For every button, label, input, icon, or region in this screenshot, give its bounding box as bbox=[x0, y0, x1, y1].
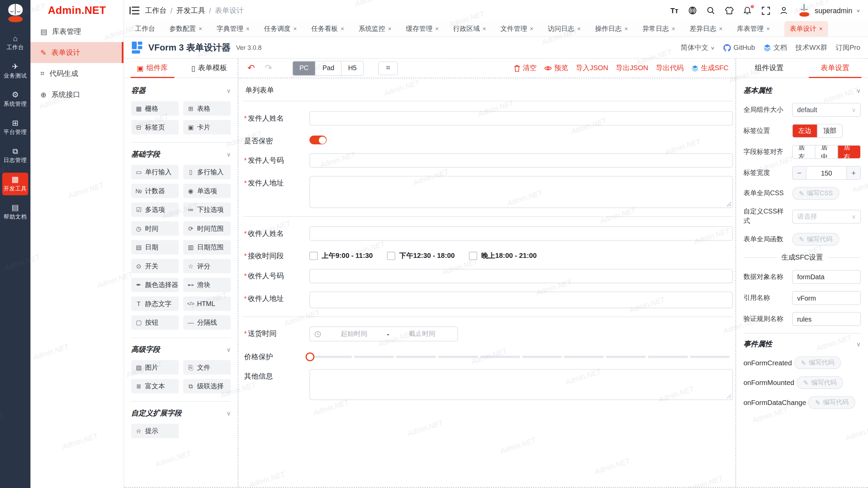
widget-date[interactable]: ▤日期 bbox=[131, 240, 179, 255]
widget-html[interactable]: </>HTML bbox=[183, 297, 231, 311]
other-info-textarea[interactable] bbox=[310, 369, 733, 400]
align-center-button[interactable]: 居中 bbox=[815, 145, 837, 158]
tab-access-log[interactable]: 访问日志× bbox=[548, 21, 581, 37]
form-widget-row-receiver-address[interactable]: *收件人地址 bbox=[243, 291, 733, 308]
close-icon[interactable]: × bbox=[293, 26, 297, 32]
sidebar-item-table-mgmt[interactable]: ▤ 库表管理 bbox=[31, 21, 123, 42]
close-icon[interactable]: × bbox=[819, 26, 823, 32]
widget-textarea[interactable]: ▯多行输入 bbox=[183, 165, 231, 179]
form-canvas[interactable]: 单列表单 *发件人姓名 是否保密 *发件人号码 bbox=[239, 78, 735, 487]
checkbox-evening[interactable]: 晚上18:00 - 21:00 bbox=[469, 251, 537, 261]
tab-diff-log[interactable]: 差异日志× bbox=[690, 21, 723, 37]
tab-op-log[interactable]: 操作日志× bbox=[595, 21, 628, 37]
sender-name-input[interactable] bbox=[310, 111, 733, 125]
font-size-icon[interactable]: Tᴛ bbox=[670, 6, 679, 15]
receiver-address-input[interactable] bbox=[310, 291, 733, 308]
checkbox-morning[interactable]: 上午9:00 - 11:30 bbox=[310, 251, 373, 261]
write-css-button[interactable]: ✎ 编写CSS bbox=[792, 187, 839, 200]
node-tree-button[interactable]: ⌗ bbox=[378, 61, 398, 75]
widget-number[interactable]: №计数器 bbox=[131, 184, 179, 198]
group-header-container[interactable]: 容器 ∨ bbox=[131, 86, 231, 96]
form-widget-row-sender-name[interactable]: *发件人姓名 bbox=[243, 111, 733, 125]
write-code-button[interactable]: ✎ 编写代码 bbox=[794, 356, 841, 369]
section-header-basic-props[interactable]: 基本属性 ∨ bbox=[744, 86, 861, 96]
widget-button[interactable]: ▢按钮 bbox=[131, 316, 179, 330]
rail-item-system-mgmt[interactable]: ⚙ 系统管理 bbox=[2, 88, 28, 111]
resize-grip-icon[interactable] bbox=[726, 201, 731, 206]
widget-alert[interactable]: ⍾提示 bbox=[131, 424, 179, 438]
close-icon[interactable]: × bbox=[672, 26, 675, 32]
close-icon[interactable]: × bbox=[435, 26, 439, 32]
rail-item-business-test[interactable]: ✈ 业务测试 bbox=[2, 60, 28, 82]
widget-radio[interactable]: ◉单选项 bbox=[183, 184, 231, 198]
tab-widget-settings[interactable]: 组件设置 bbox=[736, 59, 802, 78]
rail-item-help-docs[interactable]: ▤ 帮助文档 bbox=[2, 201, 28, 224]
rail-item-dev-tools[interactable]: ▦ 开发工具 bbox=[2, 172, 28, 195]
close-icon[interactable]: × bbox=[341, 26, 344, 32]
redo-icon[interactable]: ↷ bbox=[265, 64, 272, 73]
widget-date-range[interactable]: ▥日期范围 bbox=[183, 240, 231, 255]
close-icon[interactable]: × bbox=[199, 26, 202, 32]
wx-group-link[interactable]: 技术WX群 bbox=[795, 43, 827, 53]
custom-css-select[interactable]: 请选择 ∨ bbox=[792, 209, 861, 223]
sidebar-item-code-gen[interactable]: ⌗ 代码生成 bbox=[31, 63, 123, 84]
github-link[interactable]: GitHub bbox=[723, 43, 755, 52]
widget-table[interactable]: ⊞表格 bbox=[183, 101, 231, 116]
form-widget-row-other-info[interactable]: 其他信息 bbox=[243, 369, 733, 400]
export-code-button[interactable]: 导出代码 bbox=[656, 63, 684, 73]
form-title[interactable]: 单列表单 bbox=[243, 79, 733, 101]
device-h5-button[interactable]: H5 bbox=[341, 61, 363, 75]
close-icon[interactable]: × bbox=[577, 26, 581, 32]
subscribe-pro-link[interactable]: 订阅Pro bbox=[836, 43, 861, 53]
checkbox-afternoon[interactable]: 下午12:30 - 18:00 bbox=[387, 251, 455, 261]
widget-cascader[interactable]: ⧉级联选择 bbox=[183, 379, 231, 393]
device-pc-button[interactable]: PC bbox=[293, 61, 315, 75]
notification-bell-icon[interactable] bbox=[743, 6, 752, 15]
delivery-time-range-picker[interactable]: 起始时间 - 截止时间 bbox=[310, 326, 458, 341]
form-widget-row-receive-period[interactable]: *接收时间段 上午9:00 - 11:30 下午12:30 - 18:00 晚上… bbox=[243, 249, 733, 261]
receiver-phone-input[interactable] bbox=[310, 269, 733, 283]
write-code-button[interactable]: ✎ 编写代码 bbox=[808, 396, 855, 409]
rail-item-log-mgmt[interactable]: ⧉ 日志管理 bbox=[2, 144, 28, 167]
close-icon[interactable]: × bbox=[766, 26, 770, 32]
form-data-name-input[interactable] bbox=[792, 270, 861, 284]
tab-param-config[interactable]: 参数配置× bbox=[170, 21, 202, 37]
widget-static-text[interactable]: T静态文字 bbox=[131, 297, 179, 311]
ref-name-input[interactable] bbox=[792, 291, 861, 305]
write-code-button[interactable]: ✎ 编写代码 bbox=[796, 376, 843, 389]
secret-toggle-on[interactable] bbox=[310, 136, 327, 144]
export-json-button[interactable]: 导出JSON bbox=[616, 63, 648, 73]
rules-name-input[interactable] bbox=[792, 312, 861, 326]
widget-select[interactable]: ≔下拉选项 bbox=[183, 203, 231, 217]
widget-color-picker[interactable]: ✒颜色选择器 bbox=[131, 278, 179, 292]
price-protect-slider[interactable] bbox=[310, 356, 730, 358]
form-widget-row-secret[interactable]: 是否保密 bbox=[243, 134, 733, 145]
rail-item-workbench[interactable]: ⌂ 工作台 bbox=[2, 32, 28, 54]
collapse-sidebar-icon[interactable] bbox=[130, 7, 139, 15]
stepper-minus-button[interactable]: − bbox=[793, 166, 807, 179]
language-select[interactable]: 简体中文 ∨ bbox=[681, 43, 715, 53]
breadcrumb-workbench[interactable]: 工作台 bbox=[145, 5, 167, 15]
tab-form-templates[interactable]: ▯ 表单模板 bbox=[181, 59, 237, 78]
widget-slider[interactable]: ⊷滑块 bbox=[183, 278, 231, 292]
tab-system-monitor[interactable]: 系统监控× bbox=[359, 21, 392, 37]
form-widget-row-price-protect[interactable]: 价格保护 bbox=[243, 350, 733, 361]
global-size-select[interactable]: default ∨ bbox=[792, 103, 861, 117]
write-code-button[interactable]: ✎ 编写代码 bbox=[792, 233, 839, 246]
group-header-basic-fields[interactable]: 基础字段 ∨ bbox=[131, 149, 231, 159]
widget-time-range[interactable]: ⟳时间范围 bbox=[183, 221, 231, 236]
close-icon[interactable]: × bbox=[719, 26, 723, 32]
close-icon[interactable]: × bbox=[530, 26, 534, 32]
tab-task-board[interactable]: 任务看板× bbox=[311, 21, 344, 37]
form-widget-row-receiver-phone[interactable]: *收件人号码 bbox=[243, 269, 733, 283]
tab-file-mgmt[interactable]: 文件管理× bbox=[500, 21, 533, 37]
fullscreen-icon[interactable] bbox=[761, 6, 770, 15]
tab-admin-region[interactable]: 行政区域× bbox=[453, 21, 486, 37]
widget-card[interactable]: ▣卡片 bbox=[183, 120, 231, 134]
label-pos-top-button[interactable]: 顶部 bbox=[817, 124, 842, 137]
widget-tabs[interactable]: ⊟标签页 bbox=[131, 120, 179, 134]
tab-workbench[interactable]: 工作台 bbox=[135, 21, 155, 37]
widget-time[interactable]: ◷时间 bbox=[131, 221, 179, 236]
close-icon[interactable]: × bbox=[625, 26, 628, 32]
sidebar-item-form-design[interactable]: ✎ 表单设计 bbox=[31, 42, 123, 63]
